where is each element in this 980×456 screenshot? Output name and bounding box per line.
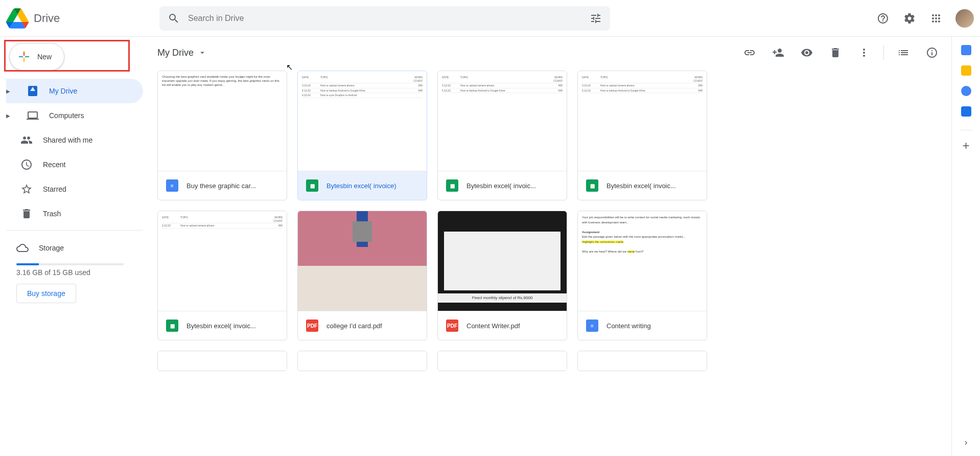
file-name: Buy these graphic car... xyxy=(186,182,256,190)
sidebar-item-shared[interactable]: Shared with me xyxy=(6,128,143,152)
sidebar-item-label: Computers xyxy=(49,111,84,120)
logo-area[interactable]: Drive xyxy=(6,7,159,30)
file-card[interactable]: DATETOPICWORD COUNT3.12.22How to upload … xyxy=(437,71,567,200)
drive-logo-icon xyxy=(6,7,29,30)
docs-icon: ≡ xyxy=(166,179,178,192)
sidebar-item-my-drive[interactable]: ▶ My Drive xyxy=(6,79,143,103)
path-actions xyxy=(738,41,943,64)
dropdown-icon xyxy=(198,48,207,57)
cloud-icon xyxy=(16,242,29,254)
app-title: Drive xyxy=(34,12,60,25)
sheets-icon: ▦ xyxy=(446,179,458,192)
file-name: Bytesbin excel( invoic... xyxy=(466,182,536,190)
file-name: college I'd card.pdf xyxy=(326,322,382,330)
file-card[interactable] xyxy=(577,351,707,371)
file-card[interactable]: DATETOPICWORD COUNT3.12.22How to upload … xyxy=(297,71,427,200)
star-icon xyxy=(20,183,33,195)
file-card[interactable]: Your job responsibilities will be to wri… xyxy=(577,211,707,340)
search-bar[interactable] xyxy=(159,6,610,31)
avatar[interactable] xyxy=(955,9,974,28)
file-name: Bytesbin excel( invoic... xyxy=(606,182,676,190)
search-icon xyxy=(168,12,180,25)
sheets-icon: ▦ xyxy=(166,320,178,332)
new-button-container: New xyxy=(6,43,143,71)
plus-icon xyxy=(18,51,30,63)
contacts-icon[interactable] xyxy=(961,106,971,117)
sheets-icon: ▦ xyxy=(586,179,598,192)
content-area: My Drive ↖ Choosing the best graphics ca… xyxy=(149,37,951,456)
side-panel: + › xyxy=(951,37,980,456)
get-link-icon[interactable] xyxy=(738,41,761,64)
file-card[interactable] xyxy=(157,351,287,371)
search-input[interactable] xyxy=(188,14,590,23)
header: Drive xyxy=(0,0,980,37)
view-list-icon[interactable] xyxy=(892,41,915,64)
sidebar: New ▶ My Drive ▶ Computers Shared with m… xyxy=(0,37,149,456)
divider xyxy=(960,130,972,130)
sidebar-item-label: Recent xyxy=(43,161,65,169)
tasks-icon[interactable] xyxy=(961,86,971,96)
path-bar: My Drive xyxy=(157,37,943,69)
file-card[interactable]: Fixed monthly stipend of Rs.8000PDFConte… xyxy=(437,211,567,340)
add-icon[interactable]: + xyxy=(961,141,971,151)
pdf-icon: PDF xyxy=(446,320,458,332)
settings-icon[interactable] xyxy=(898,7,921,30)
computers-icon xyxy=(27,109,39,122)
recent-icon xyxy=(20,158,33,171)
more-icon[interactable] xyxy=(853,41,875,64)
storage-section: Storage 3.16 GB of 15 GB used Buy storag… xyxy=(6,230,143,308)
header-right xyxy=(872,7,974,30)
sidebar-item-label: My Drive xyxy=(49,87,77,95)
share-icon[interactable] xyxy=(767,41,789,64)
divider xyxy=(883,45,884,60)
storage-bar xyxy=(16,263,124,265)
file-card[interactable] xyxy=(437,351,567,371)
sidebar-item-label: Shared with me xyxy=(43,136,92,144)
sidebar-item-label: Trash xyxy=(43,210,61,218)
storage-label: Storage xyxy=(39,244,64,252)
file-card[interactable]: DATETOPICWORD COUNT3.12.22How to upload … xyxy=(577,71,707,200)
file-card[interactable] xyxy=(297,351,427,371)
file-name: Content Writer.pdf xyxy=(466,322,520,330)
sidebar-item-trash[interactable]: Trash xyxy=(6,201,143,226)
sidebar-item-storage[interactable]: Storage xyxy=(16,236,133,260)
hide-panel-icon[interactable]: › xyxy=(965,437,968,448)
apps-icon[interactable] xyxy=(925,7,947,30)
main-layout: New ▶ My Drive ▶ Computers Shared with m… xyxy=(0,37,980,456)
file-card[interactable]: Choosing the best graphics card availabl… xyxy=(157,71,287,200)
search-options-icon[interactable] xyxy=(590,12,602,25)
sidebar-item-recent[interactable]: Recent xyxy=(6,152,143,177)
docs-icon: ≡ xyxy=(586,320,598,332)
file-name: Bytesbin excel( invoic... xyxy=(186,322,256,330)
support-icon[interactable] xyxy=(872,7,894,30)
calendar-icon[interactable] xyxy=(961,45,971,55)
sheets-icon: ▦ xyxy=(306,179,318,192)
view-details-icon[interactable] xyxy=(921,41,943,64)
file-grid: Choosing the best graphics card availabl… xyxy=(157,69,943,373)
buy-storage-button[interactable]: Buy storage xyxy=(16,284,76,303)
sidebar-item-computers[interactable]: ▶ Computers xyxy=(6,103,143,128)
expand-icon[interactable]: ▶ xyxy=(6,113,12,119)
expand-icon[interactable]: ▶ xyxy=(6,88,12,94)
new-button[interactable]: New xyxy=(9,43,64,71)
file-card[interactable]: DATETOPICWORD COUNT3.12.22How to upload … xyxy=(157,211,287,340)
my-drive-icon xyxy=(27,85,39,97)
path-dropdown[interactable]: My Drive xyxy=(157,48,207,58)
keep-icon[interactable] xyxy=(961,65,971,76)
pdf-icon: PDF xyxy=(306,320,318,332)
storage-fill xyxy=(16,263,39,265)
path-label-text: My Drive xyxy=(157,48,194,58)
trash-icon xyxy=(20,208,33,220)
file-name: Content writing xyxy=(606,322,651,330)
file-card[interactable]: PDFcollege I'd card.pdf xyxy=(297,211,427,340)
storage-usage-text: 3.16 GB of 15 GB used xyxy=(16,268,133,277)
shared-icon xyxy=(20,134,33,146)
delete-icon[interactable] xyxy=(824,41,847,64)
file-name: Bytesbin excel( invoice) xyxy=(326,182,396,190)
thumb-caption: Fixed monthly stipend of Rs.8000 xyxy=(438,293,567,303)
new-button-label: New xyxy=(37,53,52,61)
preview-icon[interactable] xyxy=(796,41,818,64)
sidebar-item-starred[interactable]: Starred xyxy=(6,177,143,201)
sidebar-item-label: Starred xyxy=(43,185,66,193)
